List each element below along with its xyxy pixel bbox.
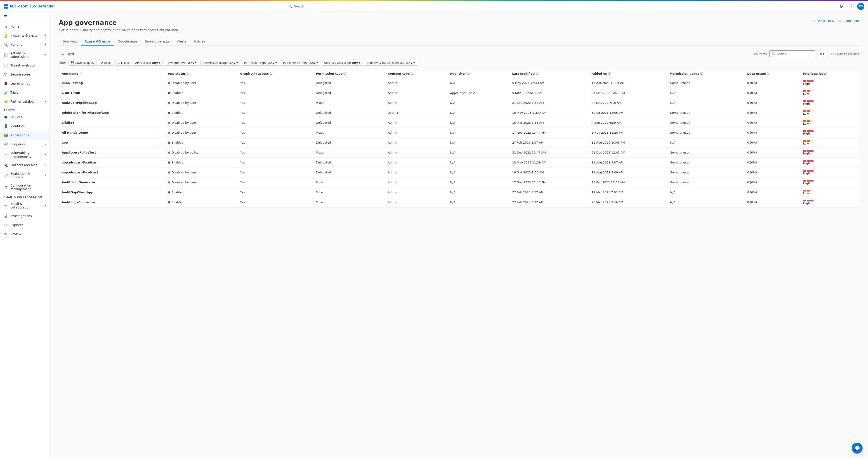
sidebar-item-investigations[interactable]: 🔬 Investigations — [0, 211, 50, 220]
sidebar-item-trials[interactable]: 🧪 Trials — [0, 88, 50, 97]
app-logo[interactable]: Microsoft 365 Defender — [4, 4, 55, 8]
table-row[interactable]: AuditGapClientApp Enabled Yes Mixed Admi… — [59, 187, 859, 197]
privilege-bar — [803, 200, 856, 202]
cell-publisher: N/A — [447, 148, 509, 158]
cell-graph-api: Yes — [238, 98, 313, 108]
col-graph-api[interactable]: Graph API access ⓘ — [238, 69, 313, 78]
cell-last-modified: 27 Feb 2023 8:37 AM — [509, 138, 589, 148]
sidebar-item-evaluation[interactable]: 📝 Evaluation & tutorials ▾ — [0, 170, 50, 181]
col-added-on[interactable]: Added on ⓘ — [589, 69, 668, 78]
cell-app-status: Disabled by user — [165, 118, 238, 128]
table-row[interactable]: 1-on-1 Hub Enabled Yes Delegated Admin A… — [59, 88, 859, 98]
col-last-modified[interactable]: Last modified ⓘ — [509, 69, 589, 78]
help-button[interactable]: ? — [847, 2, 855, 10]
col-data-usage[interactable]: Data usage ⓘ — [744, 69, 800, 78]
tab-policies[interactable]: Policies — [190, 37, 209, 46]
table-row[interactable]: AadAuditPipelineApp Disabled by user Yes… — [59, 98, 859, 108]
cell-added-on: 23 Feb 2021 12:03 AM — [589, 178, 668, 187]
tab-overview[interactable]: Overview — [59, 37, 81, 46]
cell-consent-type: User (1) — [385, 108, 447, 118]
table-search-input[interactable] — [777, 52, 813, 56]
filter-permission-usage[interactable]: Permission usage: Any ▾ — [200, 60, 240, 66]
sidebar-item-partners[interactable]: 🔌 Partners and APIs ▾ — [0, 160, 50, 170]
cell-app-name: 0365 Testing — [59, 78, 165, 88]
filter-publisher-verified[interactable]: Publisher verified: Any ▾ — [281, 60, 320, 66]
sidebar-item-incidents-label: Incidents & alerts — [10, 34, 37, 37]
user-avatar[interactable]: RS — [857, 3, 864, 10]
col-privilege-level[interactable]: Privilege level — [800, 69, 859, 78]
sidebar-item-review[interactable]: 👁 Review — [0, 230, 50, 239]
privilege-bar — [803, 150, 856, 152]
tab-azure-ad-apps[interactable]: Azure AD apps — [81, 37, 114, 46]
customize-columns-button[interactable]: ⊞ Customize columns — [830, 52, 859, 56]
sidebar-item-devices[interactable]: 💻 Devices — [0, 113, 50, 122]
sidebar-item-incidents[interactable]: 🔔 Incidents & alerts ▾ — [0, 31, 50, 40]
cell-app-status: Enabled — [165, 187, 238, 197]
table-row[interactable]: alfalfa4 Disabled by user Yes Delegated … — [59, 118, 859, 128]
col-publisher[interactable]: Publisher ⓘ — [447, 69, 509, 78]
sidebar-item-home-label: Home — [10, 25, 20, 28]
cell-permission-usage: N/A — [668, 88, 745, 98]
col-app-name[interactable]: App name ↑ — [59, 69, 165, 78]
fab-button[interactable]: 💬 — [852, 443, 863, 454]
table-row[interactable]: 0365 Testing Disabled by user Yes Delega… — [59, 78, 859, 88]
table-row[interactable]: Adobe Sign for Microsoft365 Enabled Yes … — [59, 108, 859, 118]
sidebar-item-threat[interactable]: 📊 Threat analytics — [0, 61, 50, 70]
settings-button[interactable]: ⚙ — [837, 2, 845, 10]
table-row[interactable]: appadracarbTecnicas Enabled Yes Delegate… — [59, 158, 859, 167]
cell-permission-type: Mixed — [313, 128, 385, 138]
whats-new-button[interactable]: ✨ What's new — [812, 19, 834, 23]
tab-salesforce-apps[interactable]: Salesforce apps — [141, 37, 174, 46]
filter-sensitivity-labels[interactable]: Sensitivity labels accessed: Any ▾ — [364, 60, 417, 66]
save-query-button[interactable]: 💾 Save the query — [68, 60, 97, 66]
cell-data-usage: 0 (0%) — [744, 158, 800, 167]
sidebar-item-hunting[interactable]: 🔍 Hunting ▾ — [0, 40, 50, 49]
sort-filter-button[interactable]: ≡ ▾ — [817, 51, 827, 57]
sidebar-item-endpoints[interactable]: 🔗 Endpoints ▾ — [0, 140, 50, 149]
cell-consent-type: Admin — [385, 158, 447, 167]
topbar-search-input[interactable] — [287, 3, 377, 10]
cell-added-on: 31 Dec 2022 12:02 AM — [589, 148, 668, 158]
sidebar-item-configuration[interactable]: ⚙ Configuration management — [0, 181, 50, 193]
status-dot — [168, 152, 170, 154]
status-dot — [168, 201, 170, 204]
filter-api-access[interactable]: API access: Any ▾ — [133, 60, 163, 66]
reset-button[interactable]: ↺ Reset — [98, 60, 114, 66]
status-text: Disabled by policy — [172, 151, 198, 154]
filter-permission-type[interactable]: Permission type: Any ▾ — [242, 60, 279, 66]
sidebar-item-identities[interactable]: 👤 Identities — [0, 122, 50, 131]
table-row[interactable]: AppAccessPolicyTest Disabled by policy Y… — [59, 148, 859, 158]
sidebar-item-learning[interactable]: 🎓 Learning hub — [0, 79, 50, 88]
sidebar-item-secure[interactable]: 🛡 Secure score — [0, 70, 50, 79]
sidebar-toggle[interactable]: ☰ — [0, 12, 50, 22]
col-app-status[interactable]: App status ⓘ — [165, 69, 238, 78]
col-consent-type[interactable]: Consent type ⓘ — [385, 69, 447, 78]
sidebar-item-partner[interactable]: 🤝 Partner catalog ▾ — [0, 97, 50, 106]
tab-alerts[interactable]: Alerts — [174, 37, 190, 46]
sidebar-item-home[interactable]: ⌂ Home — [0, 22, 50, 31]
sidebar-item-explorer[interactable]: 🗂 Explorer — [0, 220, 50, 230]
cell-privilege-level: High — [800, 98, 859, 108]
chat-icon: 💬 — [855, 446, 860, 451]
table-row[interactable]: app Enabled Yes Delegated Admin N/A 27 F… — [59, 138, 859, 148]
sidebar-item-applications[interactable]: 📦 Applications — [0, 131, 50, 140]
table-row[interactable]: All Hands Demo Disabled by user Yes Mixe… — [59, 128, 859, 138]
cell-last-modified: 27 Feb 2023 8:37 AM — [509, 187, 589, 197]
learn-more-button[interactable]: 📖 Learn more — [837, 19, 859, 23]
col-permission-usage[interactable]: Permission usage ⓘ — [668, 69, 745, 78]
item-count: 124 items — [752, 52, 767, 56]
tab-google-apps[interactable]: Google apps — [114, 37, 141, 46]
sidebar-item-actions[interactable]: 📋 Actions & submissions ▾ — [0, 49, 50, 61]
sidebar-item-email-collab[interactable]: ✉ Email & collaboration ▾ — [0, 200, 50, 211]
table-row[interactable]: Audit Log Generator Disabled by user Yes… — [59, 178, 859, 187]
sidebar-item-vulnerability[interactable]: ⚠ Vulnerability management ▾ — [0, 149, 50, 160]
cell-graph-api: Yes — [238, 128, 313, 138]
filter-services-accessed[interactable]: Services accessed: Any ▾ — [322, 60, 363, 66]
table-row[interactable]: AuditLogsConnector Enabled Yes Mixed Adm… — [59, 197, 859, 207]
filters-button[interactable]: ⊞ Filters — [115, 60, 131, 66]
cell-publisher: N/A — [447, 138, 509, 148]
table-row[interactable]: appadracarbTecnicas1 Disabled by user Ye… — [59, 167, 859, 178]
filter-privilege-level[interactable]: Privilege level: Any ▾ — [164, 60, 199, 66]
export-button[interactable]: ⬇ Export — [59, 51, 77, 57]
col-permission-type[interactable]: Permission type ⓘ — [313, 69, 385, 78]
